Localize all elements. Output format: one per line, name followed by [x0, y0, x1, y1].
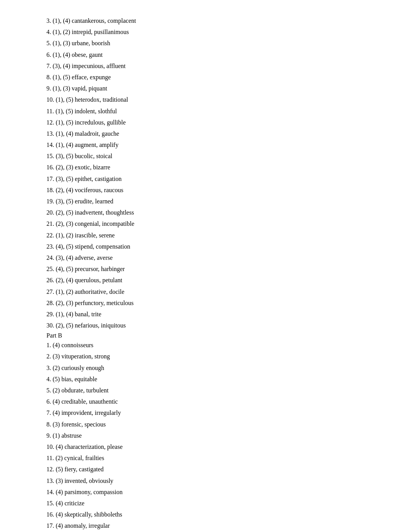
- list-item: 7. (4) improvident, irregularly: [46, 408, 388, 418]
- list-item: 4. (1), (2) intrepid, pusillanimous: [46, 27, 388, 37]
- list-item: 19. (3), (5) erudite, learned: [46, 196, 388, 206]
- list-item: 25. (4), (5) precursor, harbinger: [46, 264, 388, 274]
- list-item: 14. (4) parsimony, compassion: [46, 487, 388, 497]
- list-item: 15. (3), (5) bucolic, stoical: [46, 151, 388, 161]
- list-item: 13. (1), (4) maladroit, gauche: [46, 128, 388, 139]
- list-item: 30. (2), (5) nefarious, iniquitous: [46, 320, 388, 331]
- list-item: 12. (5) fiery, castigated: [46, 464, 388, 474]
- list-item: 12. (1), (5) incredulous, gullible: [46, 117, 388, 128]
- list-item: 18. (2), (4) vociferous, raucous: [46, 185, 388, 195]
- list-item: 2. (3) vituperation, strong: [46, 351, 388, 361]
- list-item: 5. (1), (3) urbane, boorish: [46, 38, 388, 48]
- list-item: 7. (3), (4) impecunious, affluent: [46, 61, 388, 71]
- list-item: 14. (1), (4) augment, amplify: [46, 140, 388, 150]
- list-item: 16. (2), (3) exotic, bizarre: [46, 162, 388, 172]
- part-a-list: 3. (1), (4) cantankerous, complacent4. (…: [46, 15, 388, 331]
- part-b-label: Part B: [46, 332, 388, 339]
- list-item: 11. (2) cynical, frailties: [46, 453, 388, 463]
- list-item: 21. (2), (3) congenial, incompatible: [46, 218, 388, 229]
- list-item: 6. (4) creditable, unauthentic: [46, 396, 388, 407]
- list-item: 27. (1), (2) authoritative, docile: [46, 286, 388, 297]
- list-item: 22. (1), (2) irascible, serene: [46, 230, 388, 240]
- list-item: 9. (1), (3) vapid, piquant: [46, 83, 388, 94]
- list-item: 17. (3), (5) epithet, castigation: [46, 174, 388, 184]
- list-item: 1. (4) connoisseurs: [46, 340, 388, 350]
- list-item: 8. (1), (5) efface, expunge: [46, 72, 388, 82]
- list-item: 11. (1), (5) indolent, slothful: [46, 106, 388, 116]
- list-item: 23. (4), (5) stipend, compensation: [46, 241, 388, 252]
- list-item: 9. (1) abstruse: [46, 430, 388, 441]
- part-b-list: 1. (4) connoisseurs2. (3) vituperation, …: [46, 340, 388, 531]
- list-item: 29. (1), (4) banal, trite: [46, 309, 388, 319]
- list-item: 26. (2), (4) querulous, petulant: [46, 275, 388, 285]
- list-item: 10. (4) characterization, please: [46, 442, 388, 452]
- list-item: 6. (1), (4) obese, gaunt: [46, 49, 388, 60]
- list-item: 20. (2), (5) inadvertent, thoughtless: [46, 207, 388, 218]
- list-item: 4. (5) bias, equitable: [46, 374, 388, 384]
- list-item: 8. (3) forensic, specious: [46, 419, 388, 430]
- list-item: 5. (2) obdurate, turbulent: [46, 385, 388, 396]
- list-item: 28. (2), (3) perfunctory, meticulous: [46, 298, 388, 308]
- list-item: 3. (2) curiously enough: [46, 363, 388, 373]
- list-item: 17. (4) anomaly, irregular: [46, 520, 388, 531]
- list-item: 24. (3), (4) adverse, averse: [46, 252, 388, 263]
- list-item: 13. (3) invented, obviously: [46, 476, 388, 486]
- list-item: 10. (1), (5) heterodox, traditional: [46, 94, 388, 105]
- list-item: 16. (4) skeptically, shibboleths: [46, 509, 388, 520]
- list-item: 15. (4) criticize: [46, 498, 388, 508]
- list-item: 3. (1), (4) cantankerous, complacent: [46, 15, 388, 26]
